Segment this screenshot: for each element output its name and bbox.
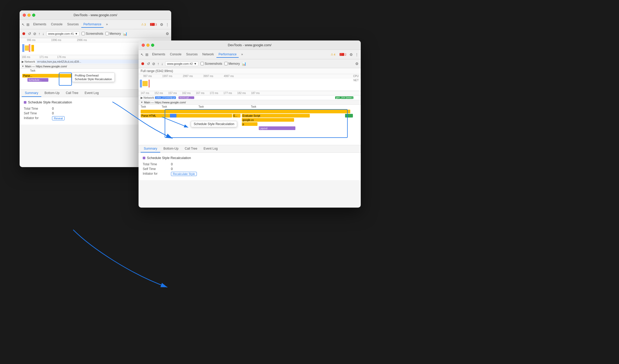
nav-tabs-front: Elements Console Sources Network Perform… — [150, 51, 245, 58]
upload-icon-front[interactable]: ↑ — [157, 62, 159, 66]
network-row-front: ▶ Network color_272x92dp.png (w... NUn3,… — [139, 95, 361, 100]
tab-calltree-back[interactable]: Call Tree — [63, 90, 82, 97]
main-section-front: ▼ Main — https://www.google.com/ — [139, 100, 361, 105]
device-icon-front[interactable]: ⊞ — [145, 52, 148, 57]
perf-settings-front[interactable] — [355, 62, 359, 66]
timeline-ruler-front: 997 ms 1997 ms 2997 ms 3997 ms 4997 ms C… — [139, 74, 361, 78]
task-label-back: Task — [30, 69, 36, 72]
clear-icon-back[interactable]: ⊘ — [33, 32, 36, 36]
warning-badge-back: ⚠ 3 — [140, 22, 147, 27]
devtools-window-front: DevTools - www.google.com/ ↖ ⊞ Elements … — [139, 40, 361, 208]
inspect-icon-back[interactable]: ↖ — [22, 22, 25, 27]
nav-tabs-back: Elements Console Sources Performance » — [31, 21, 110, 28]
toolbar-right-front: ⚠ 4 🚩 2 — [330, 52, 359, 57]
task-labels-row: Task Task Task Task — [139, 105, 361, 109]
error-badge-front: 🚩 2 — [339, 52, 347, 57]
color-swatch-front — [143, 157, 145, 159]
mini-bar-f1 — [140, 80, 142, 87]
maximize-button-back[interactable] — [32, 14, 35, 17]
screenshots-checkbox-front[interactable]: Screenshots — [200, 62, 222, 66]
tab-calltree-front[interactable]: Call Tree — [182, 145, 200, 152]
tab-bottomup-front[interactable]: Bottom-Up — [160, 145, 181, 152]
download-icon-back[interactable]: ↓ — [42, 32, 44, 36]
summary-title-front: Schedule Style Recalculation — [143, 156, 357, 160]
url-select-back[interactable]: www.google.com #1 ▼ — [46, 31, 79, 36]
warn-icon-back: ⚠ — [141, 23, 144, 26]
more-icon-front[interactable] — [355, 52, 359, 57]
tab-eventlog-front[interactable]: Event Log — [200, 145, 221, 152]
nav-toolbar-front: ↖ ⊞ Elements Console Sources Network Per… — [139, 50, 361, 59]
window-title-front: DevTools - www.google.com/ — [228, 43, 272, 47]
device-icon-back[interactable]: ⊞ — [26, 22, 30, 27]
tab-sources-front[interactable]: Sources — [184, 51, 200, 58]
tab-elements-back[interactable]: Elements — [31, 21, 48, 28]
self-time-row-front: Self Time 0 — [143, 167, 357, 171]
upload-icon-back[interactable]: ↑ — [38, 32, 40, 36]
tab-bottomup-back[interactable]: Bottom-Up — [41, 90, 62, 97]
tab-summary-front[interactable]: Summary — [141, 145, 160, 152]
flame-chart-front: Task Task Task Task Parse HTML E... — [139, 105, 361, 145]
bottom-tabs-front: Summary Bottom-Up Call Tree Event Log — [139, 145, 361, 153]
error-icon-front: 🚩 — [340, 53, 344, 56]
maximize-button-front[interactable] — [151, 44, 154, 47]
reload-icon-front[interactable]: ↺ — [147, 62, 150, 66]
close-button-front[interactable] — [142, 44, 145, 47]
more-icon-back[interactable] — [165, 22, 169, 27]
toolbar2-front: ⏺ ↺ ⊘ ↑ ↓ www.google.com #2 ▼ Screenshot… — [139, 59, 361, 68]
tab-console-back[interactable]: Console — [49, 21, 65, 28]
warning-badge-front: ⚠ 4 — [330, 52, 336, 57]
tab-eventlog-back[interactable]: Event Log — [82, 90, 102, 97]
minimize-button-front[interactable] — [146, 44, 150, 47]
settings-icon-back[interactable] — [160, 22, 163, 27]
throttle-icon-front[interactable]: 📊 — [242, 62, 246, 66]
settings-icon-front[interactable] — [349, 52, 353, 57]
titlebar-front: DevTools - www.google.com/ — [139, 40, 361, 50]
throttle-icon-back[interactable]: 📊 — [123, 32, 127, 36]
perf-settings-back[interactable] — [166, 32, 169, 36]
color-swatch-back — [24, 101, 26, 104]
tab-console-front[interactable]: Console — [168, 51, 184, 58]
tab-more-front[interactable]: » — [239, 51, 245, 58]
mini-bar-1 — [22, 44, 24, 52]
download-icon-front[interactable]: ↓ — [161, 62, 163, 66]
tab-more-back[interactable]: » — [104, 21, 110, 28]
close-button-back[interactable] — [23, 14, 26, 17]
mini-bar-4 — [31, 45, 34, 51]
highlight-box-back — [59, 73, 72, 86]
tooltip-profiling: Profiling Overhead Schedule Style Recalc… — [72, 73, 115, 82]
memory-checkbox-front[interactable]: Memory — [224, 62, 240, 66]
error-icon-back: 🚩 — [150, 23, 155, 26]
url-select-front[interactable]: www.google.com #2 ▼ — [165, 61, 198, 66]
screenshots-checkbox-back[interactable]: Screenshots — [82, 32, 103, 36]
tab-sources-back[interactable]: Sources — [65, 21, 81, 28]
tab-network-front[interactable]: Network — [200, 51, 216, 58]
flame-rows: Parse HTML E... Evaluate Script google.c… — [139, 109, 361, 143]
tooltip-schedule-style: Schedule Style Recalculation — [191, 121, 237, 127]
record-icon-front[interactable]: ⏺ — [141, 61, 145, 66]
mini-bar-2 — [25, 45, 29, 51]
tab-performance-back[interactable]: Performance — [81, 21, 104, 28]
total-time-row-front: Total Time 0 — [143, 162, 357, 166]
flame-item-back-2[interactable]: Schedule... — [27, 78, 48, 82]
detail-ruler-front: 147 ms 152 ms 157 ms 162 ms 167 ms 172 m… — [139, 91, 361, 95]
memory-checkbox-back[interactable]: Memory — [105, 32, 121, 36]
mini-bar-f2 — [142, 81, 148, 86]
reload-icon-back[interactable]: ↺ — [28, 32, 31, 36]
network-bars-front: color_272x92dp.png (w... NUn3,qd... gen_… — [155, 96, 359, 99]
toolbar-right-back: ⚠ 3 🚩 3 — [140, 22, 169, 27]
recalculate-style-link[interactable]: Recalculate Style — [171, 172, 197, 176]
tab-elements-front[interactable]: Elements — [150, 51, 167, 58]
record-icon-back[interactable]: ⏺ — [22, 31, 26, 36]
timeline-overview-front: 997 ms 1997 ms 2997 ms 3997 ms 4997 ms C… — [139, 74, 361, 91]
tab-summary-back[interactable]: Summary — [22, 90, 41, 97]
inspect-icon-front[interactable]: ↖ — [141, 52, 144, 57]
titlebar-back: DevTools - www.google.com/ — [20, 10, 171, 20]
clear-icon-front[interactable]: ⊘ — [152, 62, 155, 66]
minimize-button-back[interactable] — [27, 14, 31, 17]
tab-performance-front[interactable]: Performance — [216, 51, 239, 58]
window-title-back: DevTools - www.google.com/ — [74, 13, 117, 17]
toolbar2-back: ⏺ ↺ ⊘ ↑ ↓ www.google.com #1 ▼ Screenshot… — [20, 29, 171, 38]
reveal-link-back[interactable]: Reveal — [52, 116, 65, 120]
error-badge-back: 🚩 3 — [149, 22, 158, 27]
mini-bar-f3 — [148, 80, 150, 87]
